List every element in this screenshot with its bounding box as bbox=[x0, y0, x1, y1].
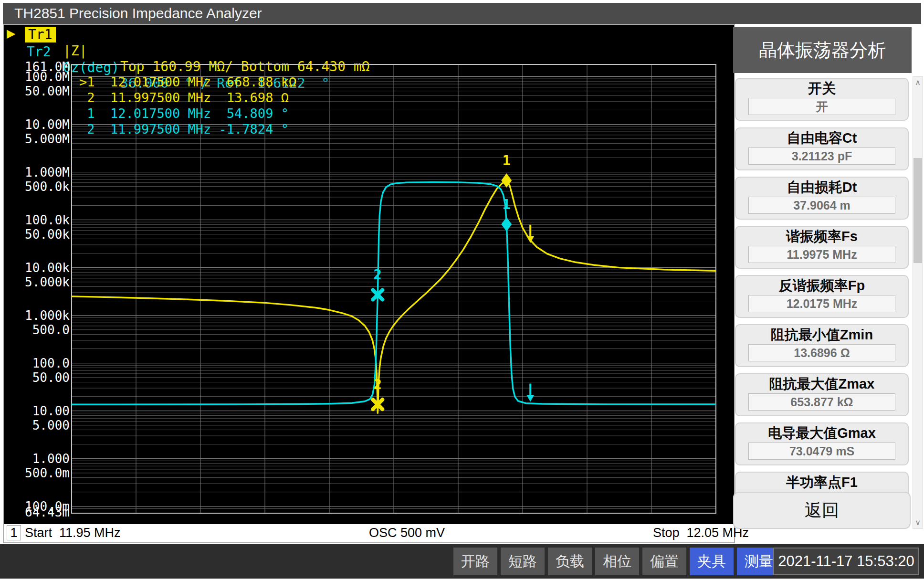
toolbar-button-load[interactable]: 负载 bbox=[548, 548, 592, 575]
tr1-scale: Top 160.99 MΩ/ Bottom 64.430 mΩ bbox=[120, 59, 370, 74]
scroll-up-icon[interactable]: ∧ bbox=[913, 77, 923, 88]
panel-item-label: 开关 bbox=[736, 80, 908, 96]
osc-level-label: OSC 500 mV bbox=[369, 526, 445, 540]
panel-item-antiresonant-freq-fp[interactable]: 反谐振频率Fp 12.0175 MHz bbox=[735, 275, 909, 318]
panel-item-value: 11.9975 MHz bbox=[748, 246, 895, 263]
panel-item-label: 阻抗最大值Zmax bbox=[736, 376, 908, 392]
panel-item-value: 12.0175 MHz bbox=[748, 295, 895, 312]
toolbar-button-open-circuit[interactable]: 开路 bbox=[453, 548, 497, 575]
sweep-stop-label: Stop 12.05 MHz bbox=[653, 526, 749, 540]
tr2-scale: 36.000 ° / Ref 1.6122 ° bbox=[120, 75, 329, 91]
panel-item-zmin[interactable]: 阻抗最小值Zmin 13.6896 Ω bbox=[735, 324, 909, 367]
panel-item-label: 反谐振频率Fp bbox=[736, 277, 908, 294]
scroll-down-icon[interactable]: ∨ bbox=[913, 517, 923, 528]
panel-item-switch[interactable]: 开关 开 bbox=[735, 78, 909, 121]
panel-item-label: 半功率点F1 bbox=[736, 474, 908, 490]
tr1-measurement: |Z| bbox=[63, 43, 87, 59]
panel-item-value: 37.9064 m bbox=[748, 197, 895, 214]
panel-item-label: 阻抗最小值Zmin bbox=[736, 327, 908, 343]
toolbar-button-short-circuit[interactable]: 短路 bbox=[501, 548, 545, 575]
panel-item-label: 谐振频率Fs bbox=[736, 228, 908, 244]
panel-item-free-loss[interactable]: 自由损耗Dt 37.9064 m bbox=[735, 177, 909, 220]
display-frame: 1 Start 11.95 MHz OSC 500 mV Stop 12.05 … bbox=[3, 24, 735, 543]
panel-item-free-capacitance[interactable]: 自由电容Ct 3.21123 pF bbox=[735, 127, 909, 170]
channel-indicator: 1 bbox=[7, 525, 21, 540]
window-title: TH2851 Precision Impedance Analyzer bbox=[14, 5, 262, 21]
panel-item-gmax[interactable]: 电导最大值Gmax 73.0479 mS bbox=[735, 422, 909, 465]
tr2-measurement: θz(deg) bbox=[63, 60, 119, 75]
toolbar-button-fixture[interactable]: 夹具 bbox=[690, 548, 734, 575]
datetime-display: 2021-11-17 15:53:20 bbox=[773, 548, 919, 575]
panel-item-label: 电导最大值Gmax bbox=[736, 425, 908, 441]
panel-item-label: 自由电容Ct bbox=[736, 130, 908, 146]
window-titlebar: TH2851 Precision Impedance Analyzer bbox=[3, 3, 921, 24]
tr1-header-row: |Z| Top 160.99 MΩ/ Bottom 64.430 mΩ bbox=[0, 27, 32, 42]
toolbar-button-phase[interactable]: 相位 bbox=[595, 548, 639, 575]
toolbar-button-bias[interactable]: 偏置 bbox=[642, 548, 686, 575]
panel-item-value: 3.21123 pF bbox=[748, 148, 895, 165]
panel-item-value: 13.6896 Ω bbox=[748, 344, 895, 361]
tr2-header-row: θz(deg) 36.000 ° / Ref 1.6122 ° bbox=[0, 44, 32, 59]
panel-item-value: 开 bbox=[748, 98, 895, 115]
panel-scrollbar[interactable]: ∧ ∨ bbox=[913, 76, 923, 529]
instrument-display bbox=[4, 25, 734, 524]
panel-item-value: 73.0479 mS bbox=[748, 443, 895, 460]
back-button[interactable]: 返回 bbox=[733, 492, 911, 529]
panel-title: 晶体振荡器分析 bbox=[733, 27, 912, 73]
panel-item-resonant-freq-fs[interactable]: 谐振频率Fs 11.9975 MHz bbox=[735, 226, 909, 269]
sweep-status-bar: 1 Start 11.95 MHz OSC 500 mV Stop 12.05 … bbox=[4, 524, 734, 541]
scrollbar-thumb[interactable] bbox=[914, 158, 922, 263]
analyzer-screen: TH2851 Precision Impedance Analyzer 1 St… bbox=[0, 0, 924, 580]
panel-item-zmax[interactable]: 阻抗最大值Zmax 653.877 kΩ bbox=[735, 373, 909, 416]
sweep-start-label: Start 11.95 MHz bbox=[25, 526, 121, 540]
panel-item-value: 653.877 kΩ bbox=[748, 393, 895, 411]
panel-item-label: 自由损耗Dt bbox=[736, 179, 908, 195]
